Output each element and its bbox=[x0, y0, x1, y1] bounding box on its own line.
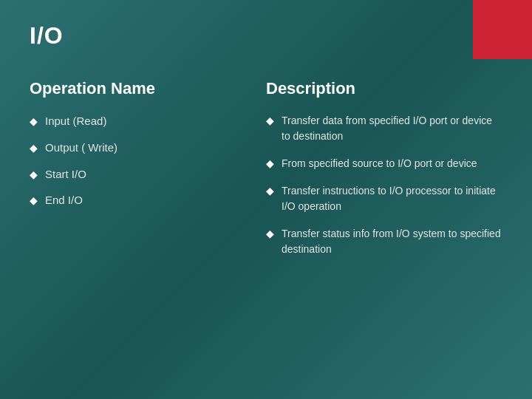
list-item: ◆ Input (Read) bbox=[30, 113, 236, 129]
item-text: Input (Read) bbox=[45, 113, 106, 129]
list-item: ◆ Start I/O bbox=[30, 166, 236, 183]
item-text: End I/O bbox=[45, 192, 83, 208]
item-text: Transfer instructions to I/O processor t… bbox=[282, 183, 502, 214]
list-item: ◆ End I/O bbox=[30, 192, 236, 208]
list-item: ◆ From specified source to I/O port or d… bbox=[266, 156, 502, 171]
item-text: From specified source to I/O port or dev… bbox=[282, 156, 477, 171]
bullet-icon: ◆ bbox=[266, 185, 274, 197]
slide-title: I/O bbox=[30, 22, 502, 50]
list-item: ◆ Transfer status info from I/O system t… bbox=[266, 226, 502, 257]
item-text: Output ( Write) bbox=[45, 140, 117, 156]
list-item: ◆ Output ( Write) bbox=[30, 140, 236, 156]
bullet-icon: ◆ bbox=[266, 228, 274, 239]
list-item: ◆ Transfer data from specified I/O port … bbox=[266, 113, 502, 144]
item-text: Start I/O bbox=[45, 166, 86, 183]
bullet-icon: ◆ bbox=[266, 115, 274, 126]
right-column: Description ◆ Transfer data from specifi… bbox=[266, 79, 502, 269]
item-text: Transfer data from specified I/O port or… bbox=[282, 113, 502, 144]
right-column-header: Description bbox=[266, 79, 502, 98]
slide-container: I/O Operation Name ◆ Input (Read) ◆ Outp… bbox=[0, 0, 532, 399]
item-text: Transfer status info from I/O system to … bbox=[282, 226, 502, 257]
list-item: ◆ Transfer instructions to I/O processor… bbox=[266, 183, 502, 214]
bullet-icon: ◆ bbox=[30, 194, 38, 208]
bullet-icon: ◆ bbox=[266, 157, 274, 169]
bullet-icon: ◆ bbox=[30, 115, 38, 129]
content-area: Operation Name ◆ Input (Read) ◆ Output (… bbox=[30, 79, 502, 269]
left-column-header: Operation Name bbox=[30, 79, 236, 98]
bullet-icon: ◆ bbox=[30, 141, 38, 156]
left-column: Operation Name ◆ Input (Read) ◆ Output (… bbox=[30, 79, 236, 269]
red-accent-decoration bbox=[473, 0, 532, 59]
bullet-icon: ◆ bbox=[30, 168, 38, 183]
